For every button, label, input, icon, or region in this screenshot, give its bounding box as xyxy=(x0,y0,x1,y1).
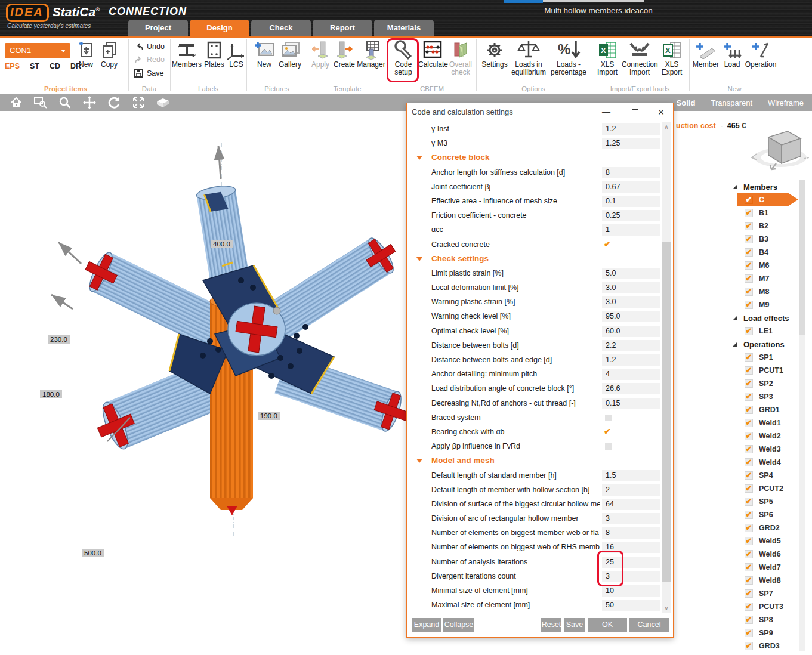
mode-st[interactable]: ST xyxy=(30,62,39,70)
setting-value-input[interactable]: 95.0 xyxy=(602,311,660,322)
members-labels-button[interactable]: Members xyxy=(172,39,202,69)
setting-value-input[interactable]: 5.0 xyxy=(602,268,660,279)
setting-checkbox-checked[interactable]: ✔ xyxy=(604,427,611,436)
setting-value-input[interactable]: 0.1 xyxy=(602,196,660,207)
section-collapse-icon[interactable] xyxy=(416,459,422,463)
setting-value-input[interactable]: 3.0 xyxy=(602,296,660,308)
tree-item-b2[interactable]: ✔B2 xyxy=(729,220,808,233)
render-mode-transparent[interactable]: Transparent xyxy=(711,98,752,107)
navigation-cube[interactable] xyxy=(751,124,810,174)
fit-view-icon[interactable] xyxy=(131,95,146,110)
new-load-button[interactable]: Load xyxy=(721,39,743,69)
item-checkbox[interactable]: ✔ xyxy=(745,458,753,466)
loads-in-equilibrium-button[interactable]: Loads in equilibrium xyxy=(510,39,548,76)
item-checkbox[interactable]: ✔ xyxy=(745,222,753,230)
setting-checkbox-checked[interactable]: ✔ xyxy=(604,239,611,249)
item-checkbox[interactable]: ✔ xyxy=(745,563,753,571)
setting-value-input[interactable]: 0.67 xyxy=(602,181,660,193)
setting-value-input[interactable]: 10 xyxy=(602,585,660,597)
item-checkbox[interactable]: ✔ xyxy=(745,524,753,532)
tree-item-pcut1[interactable]: ✔PCUT1 xyxy=(729,364,808,377)
new-operation-button[interactable]: Operation xyxy=(744,39,777,69)
xls-import-button[interactable]: X XLS Import xyxy=(594,39,621,76)
tree-item-weld1[interactable]: ✔Weld1 xyxy=(729,416,808,430)
expander-icon[interactable] xyxy=(733,342,737,347)
item-checkbox[interactable]: ✔ xyxy=(745,642,753,650)
item-checkbox[interactable]: ✔ xyxy=(745,353,753,362)
3d-model[interactable] xyxy=(0,111,453,546)
reset-button[interactable]: Reset xyxy=(541,618,561,632)
create-template-button[interactable]: Create xyxy=(332,39,356,69)
tree-item-sp5[interactable]: ✔SP5 xyxy=(729,495,808,508)
render-mode-solid[interactable]: Solid xyxy=(677,98,696,107)
tree-section-operations[interactable]: Operations xyxy=(729,338,808,351)
tree-item-sp6[interactable]: ✔SP6 xyxy=(729,508,808,521)
setting-value-input[interactable]: 60.0 xyxy=(602,326,660,337)
dialog-maximize-button[interactable] xyxy=(628,103,642,121)
undo-button[interactable]: Undo xyxy=(134,42,165,51)
setting-checkbox-unchecked[interactable] xyxy=(605,415,612,421)
item-checkbox[interactable]: ✔ xyxy=(745,248,753,257)
expand-button[interactable]: Expand xyxy=(412,618,441,632)
scrollbar-thumb[interactable] xyxy=(662,242,671,582)
template-manager-button[interactable]: Manager xyxy=(356,39,386,69)
tree-item-grd2[interactable]: ✔GRD2 xyxy=(729,521,808,534)
render-mode-wireframe[interactable]: Wireframe xyxy=(768,98,804,107)
setting-value-input[interactable]: 0.15 xyxy=(602,398,660,409)
item-checkbox[interactable]: ✔ xyxy=(745,432,753,440)
redo-button[interactable]: Redo xyxy=(134,55,165,64)
setting-value-input[interactable]: 50 xyxy=(602,600,660,611)
setting-value-input[interactable]: 2.2 xyxy=(602,340,660,351)
tree-item-c[interactable]: ✔C xyxy=(729,193,808,206)
tree-item-sp3[interactable]: ✔SP3 xyxy=(729,390,808,403)
connection-selector[interactable]: CON1 xyxy=(5,43,70,58)
gallery-button[interactable]: Gallery xyxy=(276,39,304,69)
ok-button[interactable]: OK xyxy=(588,618,627,632)
calculate-button[interactable]: Calculate xyxy=(418,39,447,69)
item-checkbox[interactable]: ✔ xyxy=(745,511,753,519)
new-member-button[interactable]: Member xyxy=(691,39,721,69)
item-checkbox[interactable]: ✔ xyxy=(745,616,753,624)
setting-value-input[interactable]: 8 xyxy=(602,167,660,178)
apply-template-button[interactable]: Apply xyxy=(309,39,332,69)
tree-item-weld4[interactable]: ✔Weld4 xyxy=(729,456,808,469)
tree-item-weld3[interactable]: ✔Weld3 xyxy=(729,443,808,456)
rotate-icon[interactable] xyxy=(106,95,122,110)
tree-item-sp8[interactable]: ✔SP8 xyxy=(729,613,808,626)
item-checkbox[interactable]: ✔ xyxy=(745,576,753,585)
item-checkbox[interactable]: ✔ xyxy=(745,196,753,204)
setting-value-input[interactable]: 3 xyxy=(602,513,660,524)
setting-value-input[interactable]: 0.25 xyxy=(602,210,660,221)
item-checkbox[interactable]: ✔ xyxy=(745,419,753,427)
save-settings-button[interactable]: Save xyxy=(564,618,585,632)
dialog-minimize-button[interactable]: — xyxy=(599,103,613,121)
setting-value-input[interactable]: 1.25 xyxy=(602,138,660,149)
tree-section-members[interactable]: Members xyxy=(729,180,808,193)
setting-value-input[interactable]: 8 xyxy=(602,527,660,539)
tree-item-sp9[interactable]: ✔SP9 xyxy=(729,626,808,639)
cancel-button[interactable]: Cancel xyxy=(629,618,669,632)
xls-export-button[interactable]: X XLS Export xyxy=(658,39,686,76)
setting-value-input[interactable]: 64 xyxy=(602,499,660,510)
expander-icon[interactable] xyxy=(733,316,737,320)
setting-value-input[interactable]: 1.2 xyxy=(602,123,660,135)
tree-item-m6[interactable]: ✔M6 xyxy=(729,259,808,272)
tree-item-grd1[interactable]: ✔GRD1 xyxy=(729,403,808,416)
item-checkbox[interactable]: ✔ xyxy=(745,393,753,401)
tab-materials[interactable]: Materials xyxy=(374,20,434,36)
setting-value-input[interactable]: 1.5 xyxy=(602,470,660,481)
setting-value-input[interactable]: 1.2 xyxy=(602,354,660,366)
overall-check-button[interactable]: Overall check xyxy=(447,39,474,76)
section-collapse-icon[interactable] xyxy=(416,257,422,261)
item-checkbox[interactable]: ✔ xyxy=(745,445,753,453)
settings-button[interactable]: Settings xyxy=(480,39,509,69)
new-picture-button[interactable]: New xyxy=(252,39,277,69)
tree-item-le1[interactable]: ✔LE1 xyxy=(729,325,808,338)
item-checkbox[interactable]: ✔ xyxy=(745,235,753,243)
tab-check[interactable]: Check xyxy=(251,20,311,36)
item-checkbox[interactable]: ✔ xyxy=(745,629,753,637)
tree-item-sp1[interactable]: ✔SP1 xyxy=(729,351,808,364)
solid-view-icon[interactable] xyxy=(155,95,171,110)
item-checkbox[interactable]: ✔ xyxy=(745,589,753,598)
pan-icon[interactable] xyxy=(82,95,97,110)
